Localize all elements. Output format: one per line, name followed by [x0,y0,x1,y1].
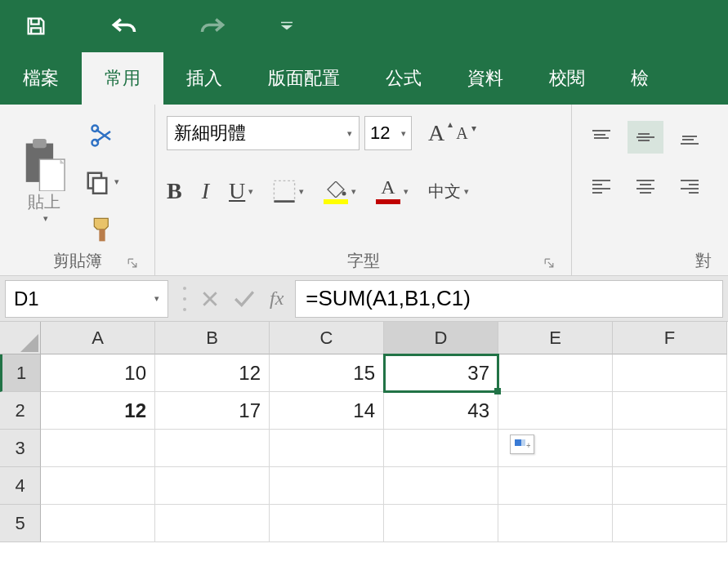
align-middle-icon [635,128,656,146]
cell-B5[interactable] [155,505,270,542]
align-middle-button[interactable] [628,121,663,154]
customize-qat-button[interactable] [281,20,293,33]
tab-review[interactable]: 校閱 [526,52,608,105]
cell-D3[interactable] [384,430,498,467]
cell-D4[interactable] [384,467,498,505]
col-header-A[interactable]: A [41,322,155,354]
cell-E1[interactable] [498,354,613,392]
col-header-E[interactable]: E [498,322,613,354]
bold-button[interactable]: B [167,178,182,204]
tab-view[interactable]: 檢 [608,52,672,105]
cell-B1[interactable]: 12 [155,354,270,392]
tab-data[interactable]: 資料 [444,52,526,105]
cell-F1[interactable] [613,354,727,392]
tab-home[interactable]: 常用 [82,52,163,105]
cell-C5[interactable] [270,505,384,542]
cancel-formula-button[interactable] [201,290,219,308]
align-bottom-button[interactable] [672,121,708,154]
cell-F3[interactable] [613,430,727,467]
svg-rect-32 [515,439,521,446]
tab-formulas[interactable]: 公式 [363,52,444,105]
select-all-corner[interactable] [0,322,41,354]
spreadsheet-grid[interactable]: A B C D E F 1 10 12 15 37 2 12 17 14 43 … [0,322,728,542]
chevron-down-icon: ▾ [351,186,356,197]
align-center-button[interactable] [628,170,663,203]
cell-D2[interactable]: 43 [384,392,498,430]
underline-button[interactable]: U▾ [229,178,253,204]
undo-button[interactable] [105,7,144,46]
svg-rect-6 [93,178,106,194]
row-header-3[interactable]: 3 [0,430,41,467]
accept-formula-button[interactable] [234,290,255,308]
cell-F2[interactable] [613,392,727,430]
align-right-button[interactable] [672,170,708,203]
increase-font-button[interactable]: A▴ [428,120,444,146]
autofill-options-button[interactable]: + [510,435,534,454]
cell-E5[interactable] [498,505,613,542]
cell-A4[interactable] [41,467,155,505]
font-name-combo[interactable]: 新細明體 ▾ [167,116,360,150]
paintbrush-icon [90,216,114,244]
cell-C2[interactable]: 14 [270,392,384,430]
cell-D1[interactable]: 37 [384,354,498,392]
cell-B4[interactable] [155,467,270,505]
cell-A1[interactable]: 10 [41,354,155,392]
row-header-4[interactable]: 4 [0,467,41,505]
font-size-value: 12 [370,123,390,144]
cell-A2[interactable]: 12 [41,392,155,430]
dialog-launcher-clipboard[interactable] [125,256,140,270]
cell-F5[interactable] [613,505,727,542]
paste-label: 貼上 [28,191,60,213]
cell-B3[interactable] [155,430,270,467]
cell-C4[interactable] [270,467,384,505]
svg-text:+: + [526,441,530,450]
cell-D5[interactable] [384,505,498,542]
save-icon [25,15,47,38]
formula-bar-row: D1 ▾ fx =SUM(A1,B1,C1) [0,276,728,322]
font-size-combo[interactable]: 12 ▾ [364,116,412,150]
formula-bar[interactable]: =SUM(A1,B1,C1) [295,280,723,318]
fill-color-button[interactable]: ▾ [324,181,356,201]
name-box[interactable]: D1 ▾ [5,280,168,318]
cell-E4[interactable] [498,467,613,505]
svg-point-3 [92,125,99,131]
drag-handle[interactable] [183,287,186,311]
save-button[interactable] [16,7,56,46]
borders-button[interactable]: ▾ [273,180,304,203]
align-top-button[interactable] [583,121,619,154]
italic-button[interactable]: I [202,178,209,204]
dialog-launcher-font[interactable] [542,256,556,270]
cell-A5[interactable] [41,505,155,542]
align-bottom-icon [679,128,700,146]
copy-button[interactable]: ▾ [85,170,119,194]
format-painter-button[interactable] [85,216,119,244]
cell-A3[interactable] [41,430,155,467]
col-header-B[interactable]: B [155,322,270,354]
col-header-D[interactable]: D [384,322,498,354]
formula-bar-value: =SUM(A1,B1,C1) [306,286,471,311]
cell-C1[interactable]: 15 [270,354,384,392]
group-label-alignment: 對 [583,249,717,272]
cell-C3[interactable] [270,430,384,467]
tab-page-layout[interactable]: 版面配置 [245,52,363,105]
row-header-2[interactable]: 2 [0,392,41,430]
phonetic-guide-button[interactable]: 中文 ▾ [428,180,469,203]
cell-F4[interactable] [613,467,727,505]
cut-button[interactable] [85,123,119,148]
insert-function-button[interactable]: fx [270,287,284,310]
cell-B2[interactable]: 17 [155,392,270,430]
col-header-F[interactable]: F [613,322,727,354]
dialog-launcher-icon [127,258,137,268]
tab-file[interactable]: 檔案 [0,52,82,105]
redo-button[interactable] [193,7,232,46]
font-color-button[interactable]: A ▾ [376,181,409,201]
col-header-C[interactable]: C [270,322,384,354]
decrease-font-button[interactable]: A▾ [456,120,467,146]
align-left-button[interactable] [583,170,619,203]
cell-E2[interactable] [498,392,613,430]
align-left-icon [591,177,612,195]
paste-button[interactable]: 貼上 ▾ [21,136,67,226]
row-header-5[interactable]: 5 [0,505,41,542]
row-header-1[interactable]: 1 [0,354,41,392]
tab-insert[interactable]: 插入 [163,52,245,105]
